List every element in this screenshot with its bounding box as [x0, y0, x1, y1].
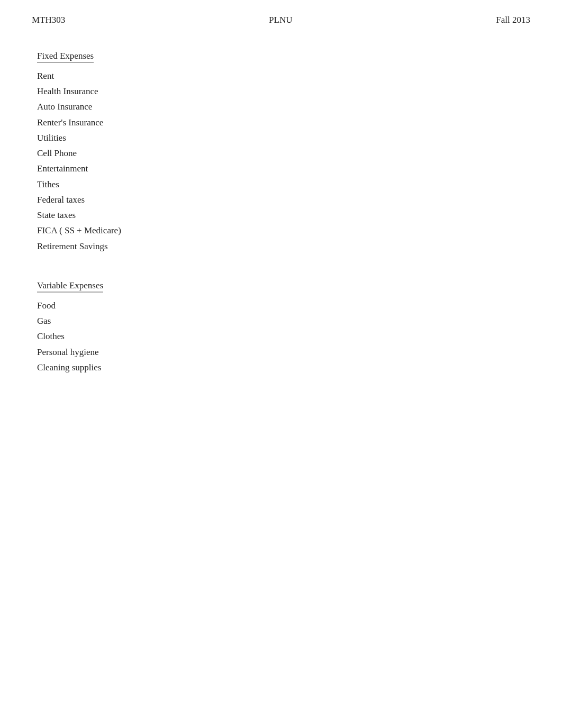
list-item: FICA ( SS + Medicare): [37, 223, 530, 238]
list-item: Clothes: [37, 329, 530, 344]
list-item: Federal taxes: [37, 192, 530, 207]
variable-expenses-list: FoodGasClothesPersonal hygieneCleaning s…: [37, 298, 530, 375]
list-item: Tithes: [37, 177, 530, 192]
list-item: Entertainment: [37, 161, 530, 176]
list-item: State taxes: [37, 207, 530, 223]
list-item: Rent: [37, 68, 530, 84]
main-content: Fixed Expenses RentHealth InsuranceAuto …: [32, 51, 530, 375]
list-item: Gas: [37, 313, 530, 329]
header-term: Fall 2013: [496, 15, 530, 25]
list-item: Auto Insurance: [37, 99, 530, 114]
list-item: Cleaning supplies: [37, 360, 530, 375]
header-course: MTH303: [32, 15, 65, 25]
page: MTH303 PLNU Fall 2013 Fixed Expenses Ren…: [0, 0, 562, 728]
fixed-expenses-list: RentHealth InsuranceAuto InsuranceRenter…: [37, 68, 530, 254]
list-item: Personal hygiene: [37, 344, 530, 360]
variable-expenses-section: Variable Expenses FoodGasClothesPersonal…: [37, 280, 530, 375]
header-institution: PLNU: [269, 15, 292, 25]
fixed-expenses-section: Fixed Expenses RentHealth InsuranceAuto …: [37, 51, 530, 254]
header: MTH303 PLNU Fall 2013: [32, 15, 530, 25]
list-item: Utilities: [37, 130, 530, 145]
variable-expenses-title: Variable Expenses: [37, 280, 103, 293]
list-item: Cell Phone: [37, 145, 530, 161]
list-item: Food: [37, 298, 530, 313]
fixed-expenses-title: Fixed Expenses: [37, 51, 94, 63]
list-item: Retirement Savings: [37, 239, 530, 254]
list-item: Renter's Insurance: [37, 115, 530, 130]
list-item: Health Insurance: [37, 84, 530, 99]
